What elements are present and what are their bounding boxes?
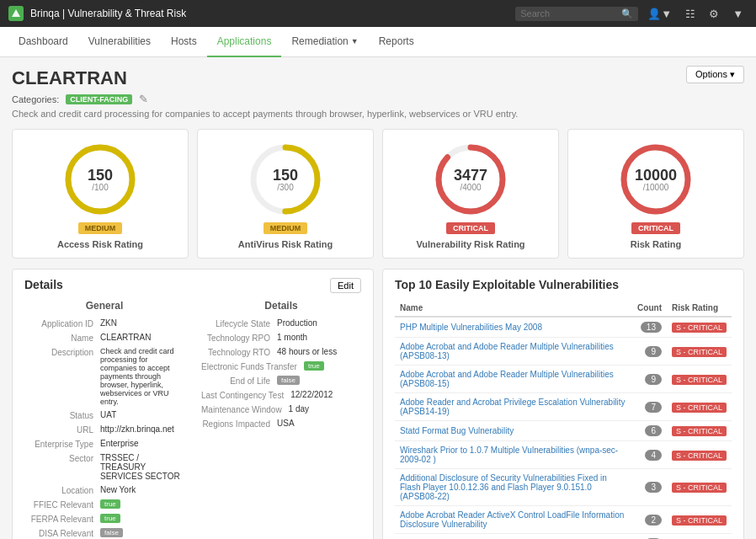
gauge-value: 10000 /10000	[635, 168, 677, 192]
detail-label: Location	[24, 485, 100, 495]
detail-row: FFIEC Relevant true	[24, 499, 184, 510]
gauge-card-access-risk: 150 /100 MEDIUM Access Risk Rating	[12, 129, 189, 259]
vuln-name[interactable]: Wireshark Prior to 1.0.7 Multiple Vulner…	[400, 446, 618, 464]
vuln-name-cell[interactable]: cmsd RPC Daemon Over TCP Might Indicate …	[395, 534, 632, 540]
detail-value: TRSSEC / TREASURY SERVICES SECTOR	[100, 453, 184, 481]
options-button[interactable]: Options ▾	[686, 66, 744, 83]
vuln-count-cell: 2	[632, 506, 667, 534]
vuln-risk-cell: S - CRITICAL	[667, 366, 732, 393]
detail-label: Enterprise Type	[24, 439, 100, 449]
gauge-value: 3477 /4000	[454, 168, 487, 192]
apps-icon[interactable]: ☷	[681, 6, 700, 22]
page-header: Options ▾ CLEARTRAN Categories: CLIENT-F…	[12, 67, 744, 119]
page-subtitle: Categories: CLIENT-FACING ✎	[12, 93, 744, 105]
detail-row: URL http://zkn.brinqa.net	[24, 424, 184, 435]
detail-row: Last Contingency Test 12/22/2012	[201, 390, 361, 400]
gauge-container: 3477 /4000	[433, 141, 508, 217]
gauge-denom: /100	[88, 183, 113, 192]
details-panel-header: Edit Details	[24, 278, 361, 291]
gauge-card-risk-rating: 10000 /10000 CRITICAL Risk Rating	[567, 129, 744, 259]
gauge-container: 150 /300	[248, 141, 323, 217]
top-bar-right: 🔍 👤▼ ☷ ⚙ ▼	[515, 6, 748, 22]
vuln-name[interactable]: Adobe Acrobat and Adobe Reader Multiple …	[400, 370, 614, 388]
vuln-name-cell[interactable]: Adobe Acrobat and Adobe Reader Multiple …	[395, 338, 632, 366]
table-row: Adobe Acrobat and Adobe Reader Multiple …	[395, 366, 732, 393]
vuln-name[interactable]: Adobe Reader and Acrobat Privilege Escal…	[400, 398, 626, 416]
detail-label: Application ID	[24, 318, 100, 328]
detail-value: http://zkn.brinqa.net	[100, 424, 184, 434]
vuln-risk-cell: S - CRITICAL	[667, 469, 732, 506]
table-row: Statd Format Bug Vulnerability 6 S - CRI…	[395, 421, 732, 441]
table-row: Wireshark Prior to 1.0.7 Multiple Vulner…	[395, 441, 732, 469]
nav-remediation[interactable]: Remediation ▼	[281, 27, 368, 57]
toggle-true: true	[100, 514, 120, 523]
risk-badge: S - CRITICAL	[672, 426, 727, 436]
details-grid: General Application ID ZKN Name CLEARTRA…	[24, 300, 361, 539]
nav-dashboard[interactable]: Dashboard	[8, 27, 78, 57]
gauge-card-vuln-risk: 3477 /4000 CRITICAL Vulnerability Risk R…	[382, 129, 559, 259]
settings-icon[interactable]: ⚙	[705, 6, 723, 22]
gauge-container: 10000 /10000	[618, 141, 694, 217]
vuln-count-cell: 2	[632, 534, 667, 540]
vuln-name-cell[interactable]: Adobe Reader and Acrobat Privilege Escal…	[395, 393, 632, 421]
gauge-badge: CRITICAL	[631, 222, 680, 234]
vulnerabilities-panel: Top 10 Easily Exploitable Vulnerabilitie…	[382, 269, 744, 539]
app-title: Brinqa | Vulnerability & Threat Risk	[30, 8, 186, 19]
detail-row: Name CLEARTRAN	[24, 333, 184, 343]
vuln-count-cell: 9	[632, 338, 667, 366]
vuln-risk-cell: S - CRITICAL	[667, 441, 732, 469]
vuln-name-cell[interactable]: Additional Disclosure of Security Vulner…	[395, 469, 632, 506]
page-title: CLEARTRAN	[12, 67, 744, 89]
detail-label: DISA Relevant	[24, 528, 100, 538]
gauge-card-antivirus-risk: 150 /300 MEDIUM AntiVirus Risk Rating	[197, 129, 374, 259]
page-description: Check and credit card processing for com…	[12, 109, 744, 119]
user-icon[interactable]: 👤▼	[643, 6, 676, 22]
vuln-name[interactable]: Adobe Acrobat Reader ActiveX Control Loa…	[400, 510, 624, 529]
details-title: Details	[201, 300, 361, 312]
vuln-name-cell[interactable]: PHP Multiple Vulnerabilities May 2008	[395, 317, 632, 338]
detail-value: ZKN	[100, 318, 184, 328]
vuln-name-cell[interactable]: Statd Format Bug Vulnerability	[395, 421, 632, 441]
detail-label: Technology RTO	[201, 347, 277, 357]
search-box[interactable]: 🔍	[515, 7, 638, 21]
vuln-name-cell[interactable]: Adobe Acrobat and Adobe Reader Multiple …	[395, 366, 632, 393]
detail-row: Status UAT	[24, 410, 184, 420]
vuln-name-cell[interactable]: Adobe Acrobat Reader ActiveX Control Loa…	[395, 506, 632, 534]
vuln-name[interactable]: Adobe Acrobat and Adobe Reader Multiple …	[400, 342, 614, 360]
search-input[interactable]	[520, 8, 621, 19]
chevron-down-icon: ▼	[351, 37, 359, 45]
vuln-table: Name Count Risk Rating PHP Multiple Vuln…	[395, 300, 732, 539]
edit-icon[interactable]: ✎	[139, 93, 148, 105]
vuln-name[interactable]: PHP Multiple Vulnerabilities May 2008	[400, 323, 542, 332]
vuln-risk-cell: S - CRITICAL	[667, 506, 732, 534]
detail-label: FERPA Relevant	[24, 514, 100, 524]
detail-label: Lifecycle State	[201, 318, 277, 328]
vuln-name-cell[interactable]: Wireshark Prior to 1.0.7 Multiple Vulner…	[395, 441, 632, 469]
vuln-name[interactable]: Additional Disclosure of Security Vulner…	[400, 473, 607, 501]
nav-hosts[interactable]: Hosts	[161, 27, 207, 57]
vuln-count-cell: 4	[632, 441, 667, 469]
gauge-number: 10000	[635, 168, 677, 183]
gauge-value: 150 /300	[273, 168, 298, 192]
vuln-risk-cell: S - CRITICAL	[667, 317, 732, 338]
detail-value: Check and credit card processing for com…	[100, 347, 184, 406]
gauge-container: 150 /100	[62, 141, 138, 217]
vuln-name[interactable]: Statd Format Bug Vulnerability	[400, 426, 514, 435]
detail-value: New York	[100, 485, 184, 494]
detail-row: Application ID ZKN	[24, 318, 184, 328]
table-row: cmsd RPC Daemon Over TCP Might Indicate …	[395, 534, 732, 540]
edit-button[interactable]: Edit	[330, 278, 361, 293]
gauge-number: 3477	[454, 168, 487, 183]
risk-badge: S - CRITICAL	[672, 375, 727, 385]
nav-reports[interactable]: Reports	[369, 27, 424, 57]
detail-label: Last Contingency Test	[201, 390, 290, 400]
gauge-value: 150 /100	[88, 168, 113, 192]
detail-label: Electronic Funds Transfer	[201, 361, 304, 371]
count-badge: 3	[645, 482, 662, 493]
help-icon[interactable]: ▼	[728, 6, 748, 22]
gauge-title: Risk Rating	[631, 239, 682, 249]
details-left-col: General Application ID ZKN Name CLEARTRA…	[24, 300, 184, 539]
vuln-count-cell: 13	[632, 317, 667, 338]
nav-vulnerabilities[interactable]: Vulnerabilities	[78, 27, 161, 57]
nav-applications[interactable]: Applications	[207, 27, 282, 57]
